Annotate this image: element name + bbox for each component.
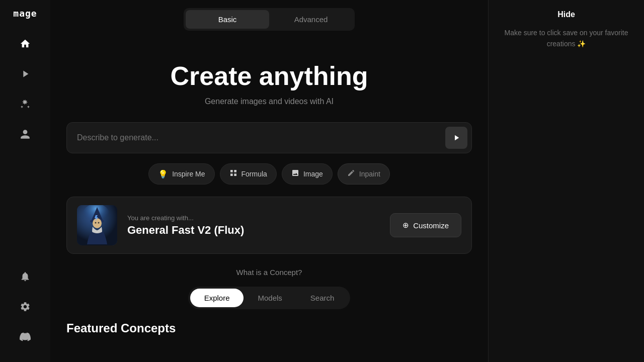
svg-point-8 <box>93 218 102 228</box>
image-button[interactable]: Image <box>282 163 333 185</box>
inspire-icon: 💡 <box>158 169 168 179</box>
sidebar-nav-bottom <box>12 263 38 350</box>
svg-rect-1 <box>234 170 236 172</box>
hide-button[interactable]: Hide <box>557 10 575 19</box>
model-thumbnail <box>77 205 117 245</box>
featured-heading: Featured Concepts <box>66 321 472 335</box>
customize-icon: ⊕ <box>403 221 409 230</box>
svg-rect-3 <box>234 173 236 176</box>
hero-section: Create anything Generate images and vide… <box>171 61 368 106</box>
sidebar-nav-top <box>12 31 38 263</box>
hero-title: Create anything <box>171 61 368 91</box>
sidebar-item-settings[interactable] <box>12 294 38 320</box>
sidebar-item-notifications[interactable] <box>12 263 38 290</box>
sidebar-item-discord[interactable] <box>12 324 38 350</box>
svg-rect-0 <box>230 170 233 172</box>
action-buttons: 💡 Inspire Me Formula Image Inpaint <box>148 163 390 185</box>
right-panel-info: Make sure to click save on your favorite… <box>499 27 634 50</box>
formula-label: Formula <box>242 170 267 178</box>
formula-icon <box>229 169 237 179</box>
inpaint-label: Inpaint <box>359 170 380 178</box>
sidebar-item-profile[interactable] <box>12 121 38 147</box>
sidebar-item-play[interactable] <box>12 61 38 87</box>
sidebar-item-create[interactable] <box>12 91 38 117</box>
sidebar-item-home[interactable] <box>12 31 38 57</box>
hero-subtitle: Generate images and videos with AI <box>171 97 368 106</box>
inspire-me-label: Inspire Me <box>172 170 205 178</box>
prompt-submit-button[interactable] <box>445 127 467 149</box>
sidebar: mage <box>0 0 50 362</box>
tab-switcher: Basic Advanced <box>184 8 355 31</box>
tab-models[interactable]: Models <box>244 289 296 307</box>
prompt-bar <box>66 122 472 153</box>
prompt-input[interactable] <box>77 133 445 142</box>
image-icon <box>291 169 299 179</box>
right-panel: Hide Make sure to click save on your fav… <box>488 0 644 362</box>
customize-label: Customize <box>413 221 449 230</box>
explore-tabs: Explore Models Search <box>188 287 351 309</box>
formula-button[interactable]: Formula <box>220 163 277 185</box>
concept-question[interactable]: What is a Concept? <box>236 268 302 277</box>
model-info: You are creating with... General Fast V2… <box>127 214 380 237</box>
tab-basic[interactable]: Basic <box>186 10 269 29</box>
image-label: Image <box>303 170 323 178</box>
svg-rect-2 <box>230 173 233 176</box>
customize-button[interactable]: ⊕ Customize <box>390 213 461 237</box>
tab-advanced[interactable]: Advanced <box>269 10 353 29</box>
app-logo: mage <box>13 8 37 19</box>
main-content: Basic Advanced Create anything Generate … <box>50 0 488 362</box>
model-card: You are creating with... General Fast V2… <box>66 197 472 254</box>
inspire-me-button[interactable]: 💡 Inspire Me <box>148 163 214 185</box>
model-creating-label: You are creating with... <box>127 214 380 222</box>
tab-explore[interactable]: Explore <box>190 289 244 307</box>
inpaint-button[interactable]: Inpaint <box>338 163 390 185</box>
model-name: General Fast V2 (Flux) <box>127 224 380 237</box>
svg-point-9 <box>95 222 97 224</box>
inpaint-icon <box>347 169 355 179</box>
tab-search[interactable]: Search <box>296 289 349 307</box>
svg-point-10 <box>98 222 100 224</box>
